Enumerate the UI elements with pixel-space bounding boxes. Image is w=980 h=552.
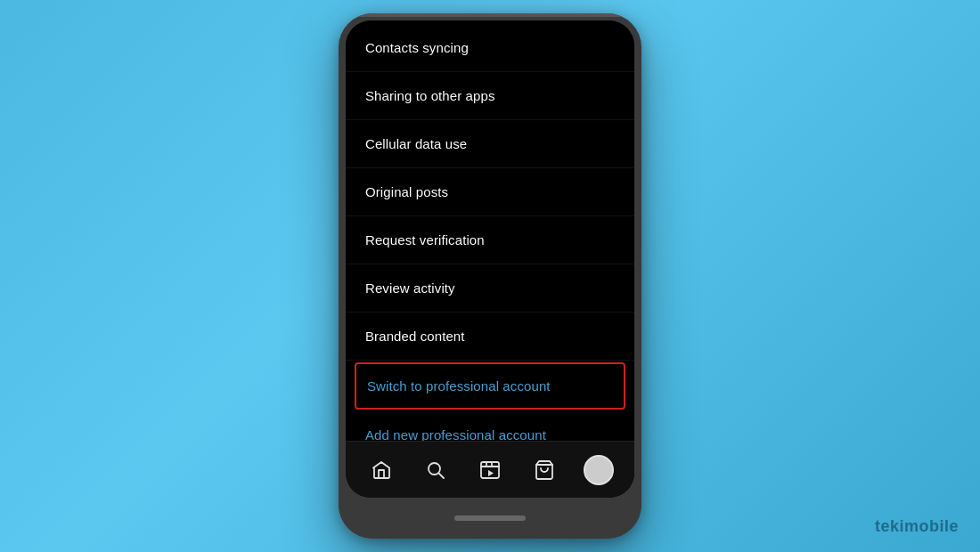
- nav-reels-button[interactable]: [470, 451, 510, 490]
- menu-list: Contacts syncing Sharing to other apps C…: [346, 20, 634, 441]
- menu-item-review-activity[interactable]: Review activity: [346, 264, 634, 313]
- svg-marker-6: [488, 470, 494, 476]
- phone-mockup: Contacts syncing Sharing to other apps C…: [339, 13, 641, 539]
- menu-item-sharing-other-apps[interactable]: Sharing to other apps: [346, 72, 634, 120]
- nav-bar: [346, 441, 634, 498]
- nav-home-button[interactable]: [362, 451, 401, 490]
- menu-item-switch-professional[interactable]: Switch to professional account: [355, 362, 625, 410]
- menu-item-cellular-data-use[interactable]: Cellular data use: [346, 120, 634, 168]
- nav-shop-button[interactable]: [525, 451, 564, 490]
- phone-body: Contacts syncing Sharing to other apps C…: [339, 13, 641, 539]
- phone-bottom: [339, 498, 641, 539]
- watermark-text: tekimobile: [875, 517, 959, 536]
- profile-avatar: [584, 455, 614, 485]
- menu-item-contacts-syncing[interactable]: Contacts syncing: [346, 24, 634, 72]
- home-indicator: [454, 515, 526, 521]
- nav-search-button[interactable]: [416, 451, 455, 490]
- svg-line-1: [439, 473, 445, 478]
- nav-profile-button[interactable]: [579, 451, 618, 490]
- phone-screen: Contacts syncing Sharing to other apps C…: [346, 20, 634, 498]
- svg-rect-2: [481, 462, 499, 478]
- menu-item-original-posts[interactable]: Original posts: [346, 168, 634, 216]
- menu-item-request-verification[interactable]: Request verification: [346, 216, 634, 264]
- menu-item-add-professional[interactable]: Add new professional account: [346, 411, 634, 441]
- menu-item-branded-content[interactable]: Branded content: [346, 313, 634, 361]
